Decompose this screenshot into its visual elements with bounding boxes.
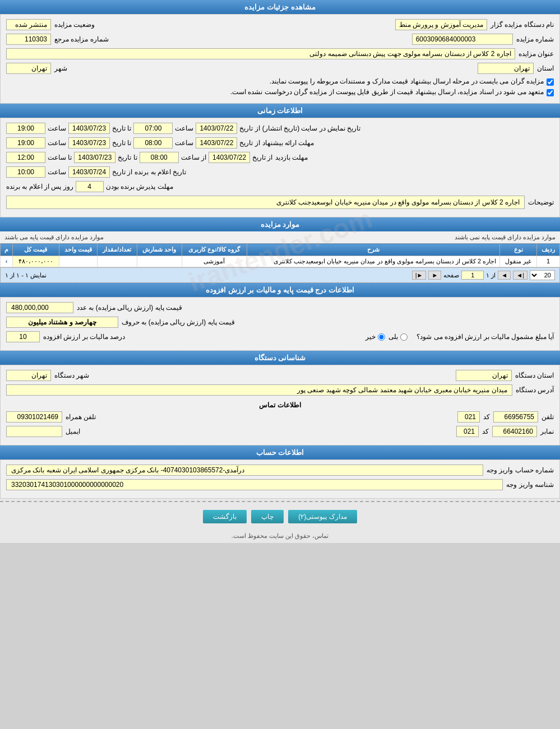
time-row4-timelabel: ساعت <box>48 168 66 176</box>
base-price-body: قیمت پایه (ارزش ریالی مزایده) به عدد 480… <box>0 297 560 351</box>
back-button[interactable]: بازگشت <box>203 510 247 523</box>
table-row: 1 غیر منقول اجاره 2 کلاس از دبستان بسرام… <box>1 256 560 267</box>
tax-yes-radio[interactable] <box>400 333 408 341</box>
fax-email-row: نمابر 66402160 کد 021 ایمیل <box>6 426 554 437</box>
time-row4-label: تاریخ اعلام به برنده <box>135 168 186 176</box>
print-button[interactable]: چاپ <box>251 510 284 523</box>
price-text-label: قیمت پایه (ارزش ریالی مزایده) به حروف <box>122 318 235 326</box>
account-header: اطلاعات حساب <box>0 445 560 459</box>
device-address-value: میدان منیریه خیابان معبری خیابان شهید مع… <box>6 384 512 396</box>
time-row5-value: 4 <box>76 181 104 192</box>
checkbox1[interactable] <box>547 78 554 86</box>
pg-nav-first[interactable]: |◄ <box>513 271 527 280</box>
time-row3-totime: 12:00 <box>6 152 45 163</box>
page-input[interactable] <box>461 271 484 280</box>
fax-value: 66402160 <box>492 426 537 437</box>
time-row-5: مهلت پذیرش برنده بودن 4 روز پس از اعلام … <box>6 181 554 192</box>
per-page-select[interactable]: 20 50 100 <box>530 270 555 280</box>
org-value: مدیریت آموزش و پرورش منط <box>395 19 487 30</box>
time-row1-todate: 1403/07/23 <box>68 123 110 134</box>
docs-button[interactable]: مدارک پیوستی(۲) <box>288 510 357 523</box>
pg-of-label: از ۱ <box>486 272 496 279</box>
pg-nav-prev[interactable]: ◄ <box>498 271 511 280</box>
device-city-label: شهر دستگاه <box>54 372 89 379</box>
checkbox2-row: متعهد می شود در اسناد مزایده، ارسال بیشن… <box>6 88 554 96</box>
pagination-bar: 20 50 100 |◄ ◄ از ۱ صفحه ► ►| نمایش ۱ - … <box>0 267 560 283</box>
time-row4-fromtime: 10:00 <box>6 166 45 178</box>
mobile-label: تلفن همراه <box>66 413 96 421</box>
price-text-row: قیمت پایه (ارزش ریالی مزایده) به حروف چه… <box>6 317 554 328</box>
tax-no-radio[interactable] <box>378 333 385 341</box>
time-row2-totime: 19:00 <box>6 137 45 148</box>
price-num-label: قیمت پایه (ارزش ریالی مزایده) به عدد <box>77 304 182 312</box>
pagination-show-label: نمایش ۱ - ۱ از ۱ <box>5 272 47 279</box>
shaba-row: شناسه واریز وجه 332030174130301000000000… <box>6 479 554 490</box>
shaba-label: شناسه واریز وجه <box>506 481 554 489</box>
pg-nav-next[interactable]: ► <box>428 271 441 280</box>
base-price-section: اطلاعات درج قیمت پایه و مالیات بر ارزش ا… <box>0 283 560 351</box>
device-province-value: تهران <box>456 370 512 381</box>
row-unit <box>137 256 182 267</box>
title-value: اجاره 2 کلاس از دبستان بسرامه مولوی جهت … <box>6 48 515 59</box>
device-city-value: تهران <box>6 370 51 381</box>
auction-num-row: شماره مزایده 6003090684000003 شماره مزای… <box>6 34 554 45</box>
time-row3-fromdate: 1403/07/22 <box>209 152 250 163</box>
status-value: منتشر شده <box>6 19 51 30</box>
device-body: استان دستگاه تهران شهر دستگاه تهران آدرس… <box>0 365 560 445</box>
row-num: 1 <box>537 256 560 267</box>
price-num-row: قیمت پایه (ارزش ریالی مزایده) به عدد 480… <box>6 302 554 313</box>
row-group: آموزشی <box>182 256 247 267</box>
morad-header: موارد مزایده <box>0 217 560 231</box>
time-row3-timelabel2: تا ساعت <box>48 154 72 161</box>
desc-value: اجاره 2 کلاس از دبستان بسرامه مولوی واقع… <box>6 196 525 209</box>
phone-value: 66956755 <box>493 411 538 422</box>
checkbox2-label: متعهد می شود در اسناد مزایده، ارسال بیشن… <box>230 88 544 96</box>
time-row3-todate: 1403/07/23 <box>74 152 115 163</box>
account-body: شماره حساب واریز وجه درآمدی-407403010386… <box>0 459 560 499</box>
time-section: اطلاعات زمانی تاریخ نمایش در سایت (تاریخ… <box>0 104 560 217</box>
shaba-value: 332030174130301000000000000020 <box>6 479 503 490</box>
contact-header: اطلاعات تماس <box>6 399 554 411</box>
col-group: گروه کالا/نوع کاربری <box>182 244 247 256</box>
row-type: غیر منقول <box>500 256 537 267</box>
morad-note-left: موارد مزایده دارای قیمت پایه نمی باشند <box>455 234 556 241</box>
button-row: مدارک پیوستی(۲) چاپ بازگشت <box>0 504 560 529</box>
checkbox2[interactable] <box>547 89 554 96</box>
ref-num-label: شماره مزایده مرجع <box>54 35 109 43</box>
time-row4-fromlabel: از تاریخ <box>112 168 132 176</box>
price-num-value: 480,000,000 <box>6 302 73 313</box>
time-row2-timelabel2: ساعت <box>48 139 66 147</box>
phone-code: 021 <box>457 411 480 422</box>
pagination-controls: 20 50 100 |◄ ◄ از ۱ صفحه ► ►| <box>412 270 555 280</box>
time-row5-label: مهلت پذیرش برنده بودن <box>106 183 173 191</box>
col-unit: واحد شمارش <box>137 244 182 256</box>
device-province-label: استان دستگاه <box>515 372 554 379</box>
col-m: م <box>1 244 13 256</box>
time-row-3: مهلت بازدید از تاریخ 1403/07/22 از ساعت … <box>6 152 554 163</box>
price-text-value: چهارصد و هشتناد میلیون <box>6 317 118 328</box>
city-label: شهر <box>54 64 67 72</box>
phone-fax-row: تلفن 66956755 کد 021 تلفن همراه 09301021… <box>6 411 554 422</box>
desc-label: توضیحات <box>528 198 554 206</box>
morad-section: موارد مزایده موارد مزایده دارای قیمت پای… <box>0 217 560 283</box>
tax-pct-label: درصد مالیات بر ارزش افزوده <box>43 333 125 341</box>
pg-nav-last[interactable]: ►| <box>412 271 427 280</box>
row-qty <box>98 256 137 267</box>
device-province-city-row: استان دستگاه تهران شهر دستگاه تهران <box>6 370 554 381</box>
row-m: › <box>1 256 13 267</box>
time-row3-timelabel1: از ساعت <box>181 154 206 161</box>
col-unit-price: قیمت واحد <box>59 244 97 256</box>
items-table: ردیف نوع شرح گروه کالا/نوع کاربری واحد ش… <box>0 243 560 267</box>
time-row2-fromlabel: از تاریخ <box>239 139 260 147</box>
morad-table-wrapper: ردیف نوع شرح گروه کالا/نوع کاربری واحد ش… <box>0 243 560 283</box>
divider <box>0 501 560 502</box>
time-row1-fromtime: 07:00 <box>133 123 173 134</box>
row-m-icon[interactable]: › <box>6 258 8 264</box>
time-row2-fromtime: 08:00 <box>133 137 173 148</box>
col-total-price: قیمت کل <box>13 244 59 256</box>
time-row1-tolabel: تا تاریخ <box>112 124 131 132</box>
title-label: عنوان مزایده <box>519 50 554 58</box>
tax-yes-container: بلی <box>388 333 408 341</box>
phone-label: تلفن <box>542 413 554 421</box>
time-row1-timelabel1: ساعت <box>175 124 193 132</box>
